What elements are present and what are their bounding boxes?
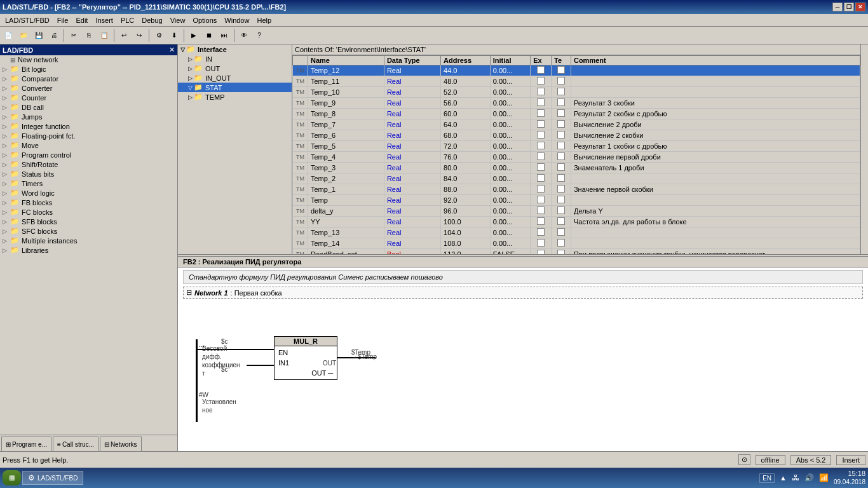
cell-icon: TM	[293, 76, 308, 87]
table-row[interactable]: TM Temp_5 Real 72.0 0.00... Результат 1 …	[293, 141, 860, 152]
toolbar-cut[interactable]: ✂	[67, 29, 81, 43]
interface-temp[interactable]: ▷ 📁 TEMP	[178, 92, 292, 102]
table-row[interactable]: TM Temp_6 Real 68.0 0.00... Вычисление 2…	[293, 130, 860, 141]
table-row[interactable]: TM Temp_11 Real 48.0 0.00...	[293, 76, 860, 87]
interface-out[interactable]: ▷ 📁 OUT	[178, 64, 292, 73]
toolbar-run[interactable]: ▶	[187, 29, 201, 43]
menu-lad[interactable]: LAD/STL/FBD	[1, 16, 53, 25]
cell-name: Temp	[308, 195, 384, 206]
table-row[interactable]: TM Temp_7 Real 64.0 0.00... Вычисление 2…	[293, 119, 860, 130]
tab-program-editor[interactable]: ⊞ Program e...	[1, 437, 51, 451]
toolbar-help[interactable]: ?	[252, 29, 266, 43]
cell-ex	[531, 195, 552, 206]
toolbar-print[interactable]: 🖨	[47, 29, 61, 43]
toolbar-new[interactable]: 📄	[1, 29, 15, 43]
tree-item-jumps[interactable]: ▷ 📁 Jumps	[0, 112, 177, 121]
menu-plc[interactable]: PLC	[117, 16, 138, 25]
close-button[interactable]: ✕	[855, 3, 865, 11]
table-row[interactable]: TM Temp Real 92.0 0.00...	[293, 195, 860, 206]
function-block-mul-r[interactable]: MUL_R EN IN1 OUT ─	[274, 336, 337, 380]
network-1-collapse[interactable]: ⊟	[186, 288, 192, 297]
minimize-button[interactable]: ─	[832, 3, 843, 11]
taskbar-up-icon[interactable]: ▲	[780, 474, 787, 482]
menu-options[interactable]: Options	[189, 16, 220, 25]
tree-item-status-bits[interactable]: ▷ 📁 Status bits	[0, 169, 177, 179]
tree-item-floating-point[interactable]: ▷ 📁 Floating-point fct.	[0, 131, 177, 140]
toolbar-paste[interactable]: 📋	[97, 29, 111, 43]
taskbar-item-simatic[interactable]: ⚙ LAD/STL/FBD	[22, 471, 83, 485]
toolbar-save[interactable]: 💾	[32, 29, 46, 43]
start-button[interactable]: ⊞	[3, 470, 21, 485]
tree-item-converter[interactable]: ▷ 📁 Converter	[0, 83, 177, 93]
cell-comment: Дельта Y	[571, 206, 860, 217]
floating-point-icon: 📁	[10, 132, 19, 140]
col-comment: Comment	[571, 56, 860, 65]
network-1-header[interactable]: ⊟ Network 1 : Первая скобка	[183, 287, 863, 299]
tree-item-new-network[interactable]: ⊞ New network	[0, 55, 177, 64]
table-row[interactable]: TM Temp_2 Real 84.0 0.00...	[293, 173, 860, 184]
cell-type: Real	[384, 119, 440, 130]
tree-item-bit-logic[interactable]: ▷ 📁 Bit logic	[0, 64, 177, 74]
interface-inout[interactable]: ▷ 📁 IN_OUT	[178, 73, 292, 83]
toolbar-compile[interactable]: ⚙	[152, 29, 166, 43]
tree-item-comparator[interactable]: ▷ 📁 Comparator	[0, 74, 177, 83]
tree-item-db-call[interactable]: ▷ 📁 DB call	[0, 102, 177, 112]
table-row[interactable]: TM Temp_8 Real 60.0 0.00... Результат 2 …	[293, 109, 860, 119]
tree-item-integer-function[interactable]: ▷ 📁 Integer function	[0, 121, 177, 131]
restore-button[interactable]: ❐	[844, 3, 854, 11]
table-row[interactable]: TM Temp_1 Real 88.0 0.00... Значение пер…	[293, 184, 860, 195]
table-wrapper[interactable]: Name Data Type Address Initial Ex Te Com…	[292, 55, 860, 254]
menu-window[interactable]: Window	[220, 16, 253, 25]
interface-root[interactable]: ▽ 📁 Interface	[178, 44, 292, 54]
toolbar-redo[interactable]: ↪	[132, 29, 146, 43]
window-controls[interactable]: ─ ❐ ✕	[832, 3, 865, 11]
tree-item-counter[interactable]: ▷ 📁 Counter	[0, 93, 177, 102]
tree-item-shift-rotate[interactable]: ▷ 📁 Shift/Rotate	[0, 159, 177, 169]
menu-help[interactable]: Help	[253, 16, 275, 25]
table-row[interactable]: TM Temp_10 Real 52.0 0.00...	[293, 87, 860, 98]
tab-call-structure[interactable]: ≡ Call struc...	[53, 437, 98, 451]
tree-item-word-logic[interactable]: ▷ 📁 Word logic	[0, 188, 177, 198]
toolbar-step[interactable]: ⏭	[217, 29, 231, 43]
tree-item-program-control[interactable]: ▷ 📁 Program control	[0, 150, 177, 159]
table-row[interactable]: TM delta_y Real 96.0 0.00... Дельта Y	[293, 206, 860, 217]
toolbar-undo[interactable]: ↩	[117, 29, 131, 43]
table-row[interactable]: TM YY Real 100.0 0.00... Частота эл.дв. …	[293, 217, 860, 227]
table-row[interactable]: TM Temp_13 Real 104.0 0.00...	[293, 227, 860, 238]
table-row[interactable]: TM Temp_4 Real 76.0 0.00... Вычисление п…	[293, 152, 860, 163]
interface-in[interactable]: ▷ 📁 IN	[178, 54, 292, 64]
interface-stat[interactable]: ▽ 📁 STAT	[178, 83, 292, 92]
table-row[interactable]: TM Temp_12 Real 44.0 0.00...	[293, 65, 860, 76]
toolbar-open[interactable]: 📁	[17, 29, 31, 43]
cell-icon: TM	[293, 152, 308, 163]
tree-item-move[interactable]: ▷ 📁 Move	[0, 140, 177, 150]
menu-edit[interactable]: Edit	[72, 16, 92, 25]
toolbar-stop[interactable]: ⏹	[202, 29, 216, 43]
table-row[interactable]: TM DeadBand_set Bool 112.0 FALSE При пре…	[293, 249, 860, 255]
tree-item-sfb-blocks[interactable]: ▷ 📁 SFB blocks	[0, 217, 177, 226]
toolbar-download[interactable]: ⬇	[167, 29, 181, 43]
menu-view[interactable]: View	[166, 16, 189, 25]
tree-item-libraries[interactable]: ▷ 📁 Libraries	[0, 245, 177, 255]
tree-item-sfc-blocks[interactable]: ▷ 📁 SFC blocks	[0, 226, 177, 236]
cell-te	[552, 98, 571, 109]
tree-item-multiple-instances[interactable]: ▷ 📁 Multiple instances	[0, 236, 177, 245]
lad-content[interactable]: Стандартную формулу ПИД регулирования Си…	[178, 268, 868, 451]
toolbar-monitor[interactable]: 👁	[237, 29, 251, 43]
tree-item-timers[interactable]: ▷ 📁 Timers	[0, 179, 177, 188]
tab-networks[interactable]: ⊟ Networks	[100, 437, 142, 451]
tree-item-fb-blocks[interactable]: ▷ 📁 FB blocks	[0, 198, 177, 207]
left-panel-close[interactable]: ✕	[169, 46, 175, 54]
menu-file[interactable]: File	[53, 16, 72, 25]
cell-te	[552, 195, 571, 206]
right-scrollbar[interactable]	[860, 44, 868, 254]
volume-icon[interactable]: 🔊	[804, 473, 814, 482]
table-row[interactable]: TM Temp_14 Real 108.0 0.00...	[293, 238, 860, 249]
menu-insert[interactable]: Insert	[92, 16, 117, 25]
toolbar-copy[interactable]: ⎘	[82, 29, 96, 43]
tree-item-fc-blocks[interactable]: ▷ 📁 FC blocks	[0, 207, 177, 217]
table-row[interactable]: TM Temp_9 Real 56.0 0.00... Результат 3 …	[293, 98, 860, 109]
menu-debug[interactable]: Debug	[138, 16, 166, 25]
table-row[interactable]: TM Temp_3 Real 80.0 0.00... Знаменатель …	[293, 163, 860, 173]
cell-address: 64.0	[441, 119, 491, 130]
